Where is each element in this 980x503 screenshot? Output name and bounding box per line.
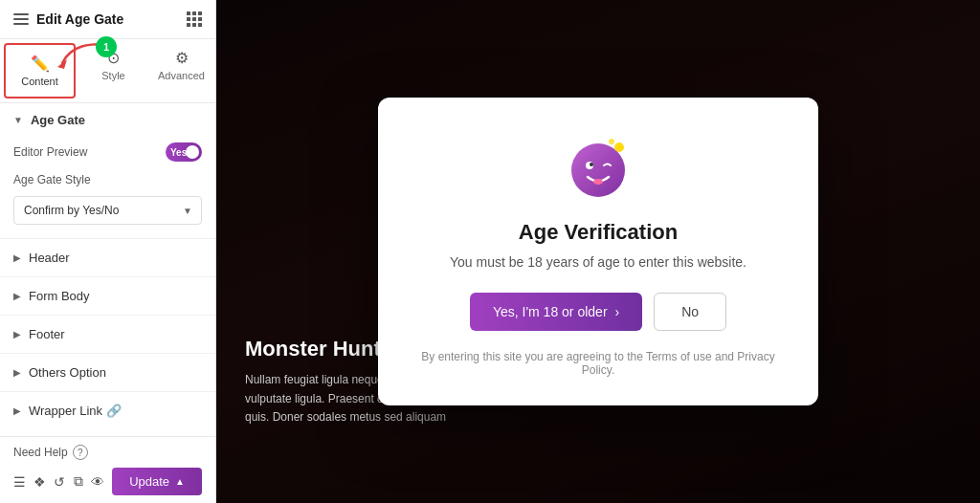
bottom-toolbar: ☰ ❖ ↺ ⧉ 👁 Update ▲ bbox=[13, 468, 202, 495]
need-help-label: Need Help bbox=[13, 446, 68, 459]
badge-number: 1 bbox=[96, 36, 117, 57]
hamburger-icon[interactable] bbox=[13, 13, 29, 25]
age-verification-modal: Age Verification You must be 18 years of… bbox=[378, 98, 818, 405]
gear-icon: ⚙ bbox=[175, 49, 189, 67]
age-gate-icon bbox=[564, 132, 633, 201]
chevron-right-icon-2: ▶ bbox=[13, 291, 21, 301]
no-button[interactable]: No bbox=[654, 293, 726, 331]
update-button[interactable]: Update ▲ bbox=[112, 468, 202, 495]
toggle-yes-label: Yes bbox=[170, 147, 187, 158]
editor-preview-label: Editor Preview bbox=[13, 145, 87, 159]
age-gate-label: Age Gate bbox=[31, 113, 85, 127]
modal-overlay: Age Verification You must be 18 years of… bbox=[216, 0, 980, 503]
sidebar-header: Edit Age Gate bbox=[0, 0, 215, 39]
others-option-header[interactable]: ▶ Others Option bbox=[0, 354, 215, 391]
modal-subtitle: You must be 18 years of age to enter thi… bbox=[416, 254, 780, 270]
tab-advanced[interactable]: ⚙ Advanced bbox=[147, 39, 215, 102]
update-label: Update bbox=[129, 474, 169, 489]
yes-button-label: Yes, I'm 18 or older bbox=[493, 304, 608, 319]
editor-preview-row: Editor Preview Yes bbox=[13, 137, 202, 167]
style-select[interactable]: Confirm by Yes/No Confirm by Date Confir… bbox=[13, 196, 202, 225]
modal-footer-text: By entering this site you are agreeing t… bbox=[416, 350, 780, 377]
update-chevron-icon: ▲ bbox=[175, 476, 185, 487]
age-gate-expanded: Editor Preview Yes Age Gate Style Confir… bbox=[0, 137, 215, 238]
modal-buttons: Yes, I'm 18 or older › No bbox=[416, 293, 780, 331]
svg-point-1 bbox=[571, 143, 625, 197]
header-section-label: Header bbox=[29, 251, 70, 265]
sidebar-header-left: Edit Age Gate bbox=[13, 11, 123, 27]
form-body-section: ▶ Form Body bbox=[0, 276, 215, 315]
eye-icon[interactable]: 👁 bbox=[91, 469, 104, 495]
age-gate-section-header[interactable]: ▼ Age Gate bbox=[0, 103, 215, 137]
header-section: ▶ Header bbox=[0, 238, 215, 276]
hamburger-toolbar-icon[interactable]: ☰ bbox=[13, 469, 26, 495]
footer-section: ▶ Footer bbox=[0, 315, 215, 353]
sidebar-footer: Need Help ? ☰ ❖ ↺ ⧉ 👁 Update ▲ bbox=[0, 436, 215, 503]
style-select-wrapper: Confirm by Yes/No Confirm by Date Confir… bbox=[13, 192, 202, 229]
main-content: Age Verification You must be 18 years of… bbox=[216, 0, 980, 503]
tab-advanced-label: Advanced bbox=[158, 70, 205, 81]
sidebar: Edit Age Gate ✏️ Content ⊙ Style ⚙ Advan… bbox=[0, 0, 216, 503]
header-section-header[interactable]: ▶ Header bbox=[0, 239, 215, 276]
grid-icon[interactable] bbox=[187, 11, 202, 27]
layers-icon[interactable]: ❖ bbox=[33, 469, 46, 495]
help-icon[interactable]: ? bbox=[73, 445, 88, 460]
pencil-icon: ✏️ bbox=[31, 55, 50, 73]
sidebar-content: ▼ Age Gate Editor Preview Yes Age Gate S… bbox=[0, 103, 215, 436]
copy-icon[interactable]: ⧉ bbox=[73, 469, 83, 495]
history-icon[interactable]: ↺ bbox=[54, 469, 65, 495]
footer-section-header[interactable]: ▶ Footer bbox=[0, 316, 215, 353]
sidebar-title: Edit Age Gate bbox=[36, 11, 123, 27]
chevron-right-icon: ▶ bbox=[13, 252, 21, 263]
age-gate-style-label: Age Gate Style bbox=[13, 173, 91, 186]
svg-point-6 bbox=[609, 139, 614, 144]
wrapper-link-header[interactable]: ▶ Wrapper Link 🔗 bbox=[0, 392, 215, 429]
age-gate-style-row: Age Gate Style bbox=[13, 167, 202, 192]
others-option-section: ▶ Others Option bbox=[0, 353, 215, 391]
chevron-right-icon-4: ▶ bbox=[13, 367, 21, 378]
svg-point-3 bbox=[590, 163, 593, 166]
form-body-section-header[interactable]: ▶ Form Body bbox=[0, 277, 215, 315]
others-option-label: Others Option bbox=[29, 365, 106, 380]
chevron-right-icon-3: ▶ bbox=[13, 329, 21, 339]
yes-chevron-icon: › bbox=[615, 304, 620, 319]
modal-title: Age Verification bbox=[416, 220, 780, 245]
need-help-row: Need Help ? bbox=[13, 445, 202, 460]
editor-preview-toggle[interactable]: Yes bbox=[166, 142, 202, 162]
chevron-down-icon: ▼ bbox=[13, 115, 23, 125]
wrapper-link-label: Wrapper Link 🔗 bbox=[29, 404, 122, 418]
no-button-label: No bbox=[681, 304, 699, 319]
form-body-label: Form Body bbox=[29, 289, 90, 303]
yes-button[interactable]: Yes, I'm 18 or older › bbox=[470, 293, 642, 331]
svg-point-4 bbox=[593, 179, 603, 185]
chevron-right-icon-5: ▶ bbox=[13, 405, 21, 416]
footer-label: Footer bbox=[29, 327, 65, 341]
wrapper-link-section: ▶ Wrapper Link 🔗 bbox=[0, 391, 215, 429]
